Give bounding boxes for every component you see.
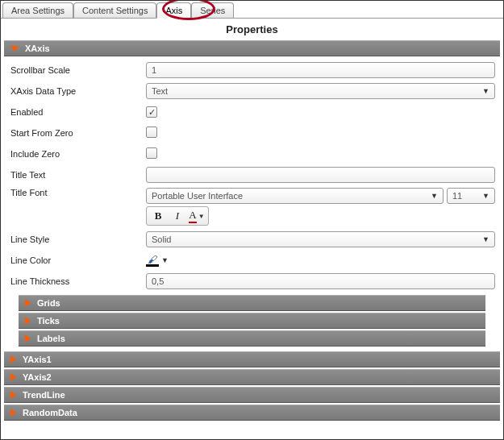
bold-button[interactable]: B: [148, 209, 168, 223]
section-randomdata[interactable]: RandomData: [4, 405, 500, 421]
expand-icon: [10, 373, 16, 381]
section-yaxis2[interactable]: YAxis2: [4, 369, 500, 385]
fontcolor-button[interactable]: A ▼: [187, 209, 206, 223]
section-label: YAxis2: [23, 372, 52, 382]
scrollbar-scale-input[interactable]: [146, 62, 495, 78]
chevron-down-icon: ▼: [482, 235, 489, 243]
titlefont-label: Title Font: [9, 188, 146, 197]
chevron-down-icon: ▼: [431, 192, 438, 200]
font-format-toolbar: B I A ▼: [146, 206, 209, 226]
scrollbar-scale-label: Scrollbar Scale: [9, 65, 146, 75]
startfromzero-checkbox[interactable]: [146, 127, 157, 138]
section-label: XAxis: [25, 44, 50, 53]
expand-icon: [10, 46, 19, 52]
select-value: 11: [452, 191, 462, 201]
section-trendline[interactable]: TrendLine: [4, 387, 500, 403]
chevron-down-icon: ▼: [482, 87, 489, 95]
expand-icon: [25, 317, 31, 325]
chevron-down-icon: ▼: [482, 192, 489, 200]
includezero-label: Include Zero: [9, 149, 146, 159]
linecolor-picker[interactable]: 🖌 ▼: [146, 255, 169, 267]
startfromzero-label: Start From Zero: [9, 128, 146, 138]
section-ticks[interactable]: Ticks: [19, 313, 485, 329]
linestyle-select[interactable]: Solid ▼: [146, 231, 495, 247]
linethickness-label: Line Thickness: [9, 276, 146, 286]
expand-icon: [10, 409, 16, 417]
tab-series[interactable]: Series: [191, 2, 234, 18]
linethickness-input[interactable]: [146, 273, 495, 289]
section-labels[interactable]: Labels: [19, 330, 485, 347]
includezero-checkbox[interactable]: [146, 147, 157, 159]
section-grids[interactable]: Grids: [19, 295, 485, 311]
titletext-label: Title Text: [9, 170, 146, 180]
tab-content-settings[interactable]: Content Settings: [73, 2, 156, 18]
tab-axis[interactable]: Axis: [156, 2, 191, 19]
titlefont-size-select[interactable]: 11 ▼: [447, 188, 495, 204]
chevron-down-icon: ▼: [161, 256, 169, 264]
titlefont-name-select[interactable]: Portable User Interface ▼: [146, 188, 444, 204]
enabled-label: Enabled: [9, 107, 146, 117]
expand-icon: [25, 299, 31, 307]
fontcolor-icon: A: [189, 209, 196, 223]
section-label: YAxis1: [23, 355, 52, 364]
tab-area-settings[interactable]: Area Settings: [2, 2, 73, 18]
italic-button[interactable]: I: [168, 209, 187, 223]
select-value: Text: [152, 86, 168, 96]
titletext-input[interactable]: [146, 167, 495, 183]
chevron-down-icon: ▼: [198, 213, 205, 220]
expand-icon: [10, 355, 16, 363]
section-xaxis[interactable]: XAxis: [4, 40, 500, 56]
tab-bar: Area Settings Content Settings Axis Seri…: [1, 1, 503, 19]
select-value: Portable User Interface: [152, 191, 243, 201]
xaxis-panel: Scrollbar Scale XAxis Data Type Text ▼ E…: [1, 56, 503, 351]
linecolor-label: Line Color: [9, 255, 146, 265]
enabled-checkbox[interactable]: [146, 106, 157, 118]
properties-title: Properties: [1, 19, 503, 40]
section-yaxis1[interactable]: YAxis1: [4, 351, 500, 367]
xaxis-datatype-label: XAxis Data Type: [9, 86, 146, 96]
xaxis-datatype-select[interactable]: Text ▼: [146, 83, 495, 99]
expand-icon: [25, 334, 31, 342]
linestyle-label: Line Style: [9, 235, 146, 244]
section-label: Labels: [37, 334, 65, 343]
paintbucket-icon: 🖌: [146, 255, 159, 267]
expand-icon: [10, 391, 16, 399]
select-value: Solid: [152, 235, 171, 244]
section-label: Ticks: [37, 316, 60, 326]
section-label: Grids: [37, 298, 60, 308]
section-label: TrendLine: [23, 390, 65, 400]
section-label: RandomData: [23, 408, 77, 417]
